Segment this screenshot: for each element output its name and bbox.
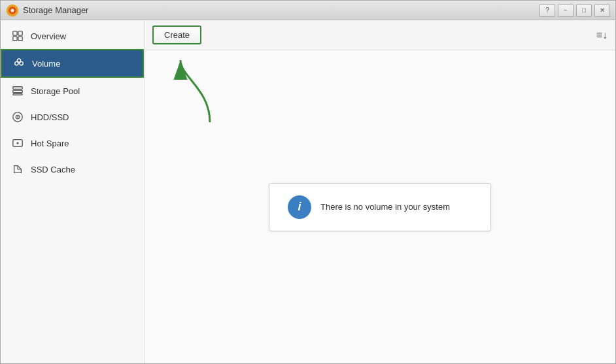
sidebar-item-label-hot-spare: Hot Spare	[31, 139, 69, 148]
app-window: Storage Manager ? − □ ✕ Ov	[0, 0, 616, 364]
question-button[interactable]: ?	[539, 4, 555, 17]
create-button[interactable]: Create	[152, 25, 201, 44]
main-layout: Overview Volume	[1, 20, 615, 363]
content-area: Create ≡↓ i	[145, 20, 615, 363]
sidebar-item-storage-pool[interactable]: Storage Pool	[1, 78, 144, 104]
info-box: i There is no volume in your system	[269, 183, 491, 231]
sidebar-item-hot-spare[interactable]: Hot Spare	[1, 130, 144, 156]
svg-rect-13	[13, 90, 22, 93]
sidebar-item-hdd-ssd[interactable]: HDD/SSD	[1, 104, 144, 130]
svg-point-9	[17, 59, 20, 62]
overview-icon	[11, 29, 24, 42]
svg-rect-5	[13, 37, 17, 41]
content-body: i There is no volume in your system	[145, 50, 615, 363]
sidebar: Overview Volume	[1, 20, 145, 363]
sidebar-item-label-overview: Overview	[31, 31, 66, 41]
sidebar-item-label-hdd: HDD/SSD	[31, 112, 69, 122]
sidebar-item-label-storage-pool: Storage Pool	[31, 86, 80, 96]
svg-rect-4	[18, 31, 22, 35]
titlebar: Storage Manager ? − □ ✕	[1, 1, 615, 20]
minimize-button[interactable]: −	[558, 4, 573, 17]
info-icon: i	[288, 195, 311, 219]
close-button[interactable]: ✕	[594, 4, 610, 17]
titlebar-left: Storage Manager	[6, 4, 88, 17]
window-title: Storage Manager	[23, 5, 88, 15]
toolbar: Create ≡↓	[145, 20, 615, 50]
sidebar-item-label-ssd-cache: SSD Cache	[31, 165, 75, 174]
hot-spare-icon	[11, 137, 24, 150]
sidebar-item-label-volume: Volume	[32, 59, 60, 69]
sort-icon[interactable]: ≡↓	[596, 29, 607, 41]
sidebar-item-ssd-cache[interactable]: SSD Cache	[1, 156, 144, 182]
sidebar-item-overview[interactable]: Overview	[1, 23, 144, 49]
restore-button[interactable]: □	[576, 4, 592, 17]
svg-rect-3	[13, 31, 17, 35]
arrow-annotation	[145, 50, 275, 129]
hdd-icon	[11, 110, 24, 124]
svg-rect-14	[13, 94, 22, 95]
volume-icon	[12, 57, 26, 70]
storage-pool-icon	[11, 84, 24, 97]
titlebar-controls: ? − □ ✕	[539, 4, 610, 17]
ssd-cache-icon	[11, 163, 24, 176]
sidebar-item-volume[interactable]: Volume	[1, 49, 144, 78]
empty-message: There is no volume in your system	[320, 202, 450, 212]
svg-point-2	[11, 8, 14, 12]
svg-rect-12	[13, 87, 22, 90]
svg-rect-6	[18, 37, 22, 41]
app-logo	[6, 4, 19, 17]
svg-point-17	[17, 116, 18, 118]
toolbar-right: ≡↓	[596, 29, 607, 41]
